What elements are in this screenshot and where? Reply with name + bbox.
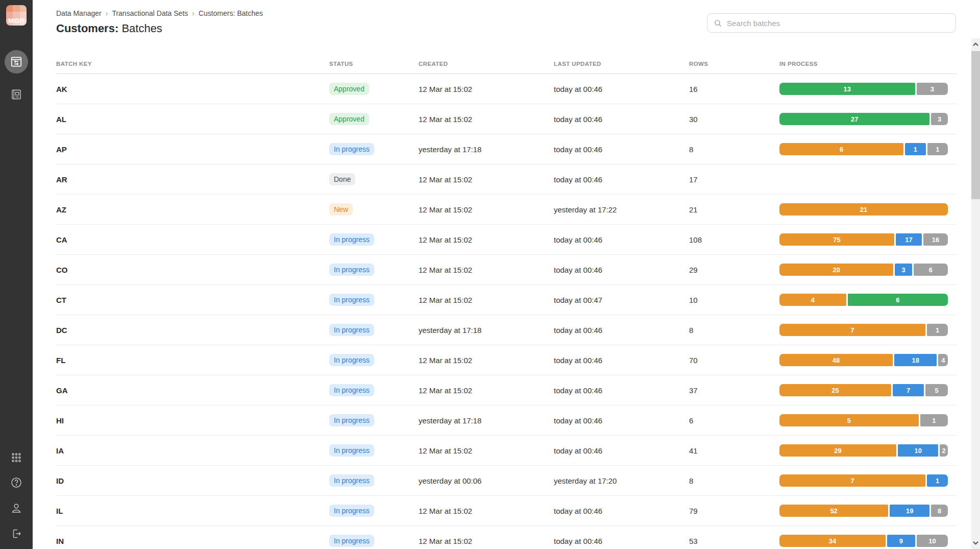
table-row[interactable]: GA In progress 12 Mar at 15:02 today at … bbox=[56, 375, 957, 405]
created-cell: yesterday at 17:18 bbox=[419, 145, 554, 154]
created-cell: 12 Mar at 15:02 bbox=[419, 537, 554, 545]
rows-count-cell: 8 bbox=[689, 145, 779, 154]
progress-segment-orange: 6 bbox=[779, 143, 903, 155]
table-body: AK Approved 12 Mar at 15:02 today at 00:… bbox=[56, 74, 957, 549]
created-cell: yesterday at 17:18 bbox=[419, 416, 554, 425]
in-process-bar: 21 bbox=[779, 203, 948, 216]
status-badge: In progress bbox=[329, 414, 374, 426]
created-cell: 12 Mar at 15:02 bbox=[419, 446, 554, 455]
progress-segment-gray: 2 bbox=[940, 444, 948, 457]
apps-grid-button[interactable] bbox=[11, 452, 22, 463]
progress-segment-orange: 75 bbox=[779, 233, 894, 246]
chevron-right-icon: › bbox=[106, 9, 108, 17]
table-row[interactable]: ID In progress yesterday at 00:06 yester… bbox=[56, 466, 957, 496]
created-cell: 12 Mar at 15:02 bbox=[419, 296, 554, 304]
chevron-up-icon bbox=[973, 42, 978, 46]
sidebar-item-journal[interactable] bbox=[10, 88, 23, 101]
logout-button[interactable] bbox=[10, 528, 22, 540]
logo-grid-cell bbox=[20, 5, 27, 12]
batch-key-cell: FL bbox=[56, 356, 329, 365]
status-badge: In progress bbox=[329, 384, 374, 396]
created-cell: 12 Mar at 15:02 bbox=[419, 85, 554, 93]
batch-key-cell: DC bbox=[56, 326, 329, 335]
status-badge: In progress bbox=[329, 233, 374, 246]
rows-count-cell: 30 bbox=[689, 115, 779, 124]
in-process-bar: 29102 bbox=[779, 444, 948, 457]
table-row[interactable]: AP In progress yesterday at 17:18 today … bbox=[56, 134, 957, 164]
table-row[interactable]: DC In progress yesterday at 17:18 today … bbox=[56, 315, 957, 345]
rows-count-cell: 10 bbox=[689, 296, 779, 304]
batch-key-cell: CA bbox=[56, 235, 329, 244]
scroll-down-button[interactable] bbox=[971, 537, 980, 549]
batch-key-cell: GA bbox=[56, 386, 329, 395]
status-badge: In progress bbox=[329, 294, 374, 306]
table-row[interactable]: CO In progress 12 Mar at 15:02 today at … bbox=[56, 255, 957, 285]
logout-icon bbox=[10, 528, 22, 540]
batch-key-cell: CT bbox=[56, 296, 329, 304]
help-button[interactable] bbox=[10, 476, 22, 489]
rows-count-cell: 8 bbox=[689, 476, 779, 485]
vertical-scrollbar bbox=[971, 38, 980, 549]
batch-key-cell: AK bbox=[56, 85, 329, 93]
rows-count-cell: 37 bbox=[689, 386, 779, 395]
last-updated-cell: today at 00:46 bbox=[554, 326, 689, 335]
search-input[interactable] bbox=[727, 19, 949, 28]
rows-count-cell: 53 bbox=[689, 537, 779, 545]
last-updated-cell: yesterday at 17:20 bbox=[554, 476, 689, 485]
table-row[interactable]: CA In progress 12 Mar at 15:02 today at … bbox=[56, 225, 957, 255]
progress-segment-orange: 34 bbox=[779, 535, 886, 547]
rows-count-cell: 21 bbox=[689, 205, 779, 214]
progress-segment-blue: 19 bbox=[890, 505, 929, 517]
column-header-last-updated[interactable]: Last updated bbox=[554, 61, 689, 67]
table-row[interactable]: IN In progress 12 Mar at 15:02 today at … bbox=[56, 526, 957, 549]
created-cell: yesterday at 00:06 bbox=[419, 476, 554, 485]
status-badge: In progress bbox=[329, 264, 374, 276]
table-row[interactable]: IL In progress 12 Mar at 15:02 today at … bbox=[56, 496, 957, 526]
table-row[interactable]: AL Approved 12 Mar at 15:02 today at 00:… bbox=[56, 104, 957, 134]
table-row[interactable]: IA In progress 12 Mar at 15:02 today at … bbox=[56, 436, 957, 466]
account-button[interactable] bbox=[10, 502, 22, 514]
table-row[interactable]: AK Approved 12 Mar at 15:02 today at 00:… bbox=[56, 74, 957, 104]
status-badge: In progress bbox=[329, 474, 374, 487]
column-header-rows[interactable]: Rows bbox=[689, 61, 779, 67]
rows-count-cell: 41 bbox=[689, 446, 779, 455]
help-icon bbox=[10, 476, 22, 489]
sidebar-item-data-sets[interactable] bbox=[5, 50, 28, 74]
table-row[interactable]: AR Done 12 Mar at 15:02 today at 00:46 1… bbox=[56, 164, 957, 195]
rows-count-cell: 8 bbox=[689, 326, 779, 335]
breadcrumb-data-manager[interactable]: Data Manager bbox=[56, 9, 102, 17]
logo-grid-cell bbox=[6, 5, 13, 12]
breadcrumb-transactional-data-sets[interactable]: Transactional Data Sets bbox=[112, 9, 188, 17]
batch-key-cell: CO bbox=[56, 266, 329, 274]
scroll-up-button[interactable] bbox=[971, 38, 980, 51]
last-updated-cell: today at 00:46 bbox=[554, 175, 689, 184]
created-cell: 12 Mar at 15:02 bbox=[419, 235, 554, 244]
table-row[interactable]: CT In progress 12 Mar at 15:02 today at … bbox=[56, 285, 957, 315]
status-badge: Done bbox=[329, 173, 355, 185]
status-badge: In progress bbox=[329, 444, 374, 457]
last-updated-cell: today at 00:46 bbox=[554, 446, 689, 455]
in-process-bar: 133 bbox=[779, 83, 948, 95]
column-header-in-process[interactable]: In process bbox=[779, 61, 957, 67]
status-badge: In progress bbox=[329, 143, 374, 155]
table-row[interactable]: FL In progress 12 Mar at 15:02 today at … bbox=[56, 345, 957, 375]
column-header-created[interactable]: Created bbox=[419, 61, 554, 67]
created-cell: 12 Mar at 15:02 bbox=[419, 205, 554, 214]
in-process-bar: 48184 bbox=[779, 354, 948, 366]
breadcrumb-customers-batches[interactable]: Customers: Batches bbox=[199, 9, 263, 17]
progress-segment-gray: 5 bbox=[925, 384, 948, 396]
status-badge: Approved bbox=[329, 113, 369, 125]
column-header-batch-key[interactable]: Batch key bbox=[56, 61, 329, 67]
scrollbar-thumb[interactable] bbox=[971, 51, 980, 199]
progress-segment-blue: 3 bbox=[895, 264, 912, 276]
app-logo[interactable]: MGR bbox=[6, 5, 27, 26]
in-process-bar: 46 bbox=[779, 294, 948, 306]
column-header-status[interactable]: Status bbox=[329, 61, 419, 67]
progress-segment-blue: 9 bbox=[887, 535, 915, 547]
table-row[interactable]: HI In progress yesterday at 17:18 today … bbox=[56, 405, 957, 436]
rows-count-cell: 16 bbox=[689, 85, 779, 93]
progress-segment-orange: 4 bbox=[779, 294, 846, 306]
table-header-row: Batch key Status Created Last updated Ro… bbox=[56, 54, 957, 74]
table-row[interactable]: AZ New 12 Mar at 15:02 yesterday at 17:2… bbox=[56, 195, 957, 225]
created-cell: 12 Mar at 15:02 bbox=[419, 356, 554, 365]
